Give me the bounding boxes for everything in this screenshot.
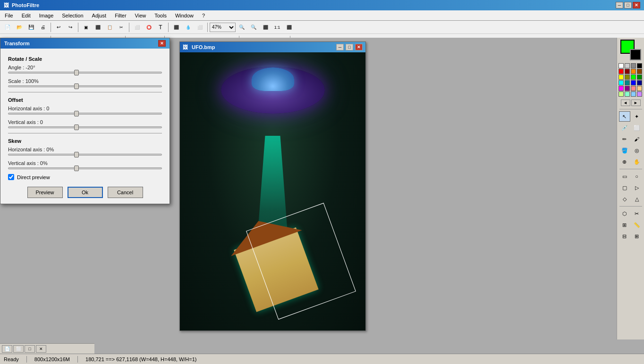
tool-ruler[interactable]: 📏 <box>631 220 643 230</box>
angle-thumb[interactable] <box>74 70 79 75</box>
vert-skew-slider[interactable] <box>8 167 162 169</box>
tb-text[interactable]: T <box>155 22 166 33</box>
tool-pencil[interactable]: ✏ <box>619 134 630 144</box>
tool-arrow[interactable]: ▷ <box>631 182 643 193</box>
tool-magic-wand[interactable]: ✦ <box>631 111 643 122</box>
win-btn4[interactable]: ✕ <box>36 345 46 353</box>
palette-scroll-left[interactable]: ◄ <box>621 99 630 106</box>
menu-tools[interactable]: Tools <box>151 10 170 20</box>
vert-offset-slider[interactable] <box>8 126 162 128</box>
swatch-pink[interactable] <box>631 86 636 91</box>
tool-paintbrush[interactable]: 🖌 <box>631 134 643 144</box>
menu-view[interactable]: View <box>131 10 150 20</box>
horiz-skew-thumb[interactable] <box>74 152 79 157</box>
tb-clone[interactable]: ⬛ <box>170 22 182 33</box>
tb-paste[interactable]: 📋 <box>104 22 115 33</box>
swatch-dkred[interactable] <box>625 69 630 74</box>
swatch-white[interactable] <box>619 63 624 68</box>
ufo-canvas[interactable] <box>180 52 365 331</box>
swatch-mint[interactable] <box>625 91 630 97</box>
ufo-minimize-btn[interactable]: ─ <box>336 44 344 50</box>
tool-fill[interactable]: 🪣 <box>619 145 630 156</box>
tool-diamond[interactable]: ◇ <box>619 194 630 204</box>
swatch-olive[interactable] <box>625 74 630 80</box>
horiz-offset-thumb[interactable] <box>74 111 79 116</box>
tool-extra1[interactable]: ⊟ <box>619 231 630 241</box>
bg-color[interactable] <box>630 49 641 60</box>
win-btn1[interactable]: 📄 <box>2 345 12 353</box>
app-close-btn[interactable]: ✕ <box>633 2 640 8</box>
vert-skew-thumb[interactable] <box>74 165 79 171</box>
tb-save[interactable]: 💾 <box>25 22 37 33</box>
tool-ellipse[interactable]: ○ <box>631 171 643 182</box>
tb-actual[interactable]: 1:1 <box>271 22 283 33</box>
tool-smudge[interactable]: ◎ <box>631 145 643 156</box>
ufo-titlebar[interactable]: 🖼 UFO.bmp ─ □ ✕ <box>180 42 365 52</box>
ufo-close-btn[interactable]: ✕ <box>355 44 363 50</box>
tool-hand[interactable]: ✋ <box>631 157 643 167</box>
zoom-select[interactable]: 47% 25% 50% 100% <box>210 23 236 32</box>
swatch-yellow[interactable] <box>619 74 624 80</box>
menu-filter[interactable]: Filter <box>111 10 130 20</box>
scale-slider[interactable] <box>8 85 162 87</box>
tool-rrect[interactable]: ▢ <box>619 182 630 193</box>
tool-crop[interactable]: ✂ <box>631 208 643 219</box>
app-maximize-btn[interactable]: □ <box>624 2 632 8</box>
swatch-green[interactable] <box>631 74 636 80</box>
tool-triangle[interactable]: △ <box>631 194 643 204</box>
swatch-magenta[interactable] <box>619 86 624 91</box>
tb-blur[interactable]: 💧 <box>182 22 194 33</box>
swatch-dkgreen[interactable] <box>637 74 642 80</box>
swatch-lgray[interactable] <box>625 63 630 68</box>
win-btn2[interactable]: ⬜ <box>13 345 24 353</box>
swatch-brown[interactable] <box>637 69 642 74</box>
tool-eraser[interactable]: ⬜ <box>631 123 643 133</box>
swatch-peach[interactable] <box>637 86 642 91</box>
tool-grid[interactable]: ⊞ <box>619 220 630 230</box>
direct-preview-checkbox[interactable] <box>8 174 14 180</box>
tb-fit[interactable]: ⬛ <box>260 22 271 33</box>
menu-help[interactable]: ? <box>198 10 209 20</box>
vert-offset-thumb[interactable] <box>74 124 79 130</box>
app-minimize-btn[interactable]: ─ <box>616 2 623 8</box>
horiz-offset-slider[interactable] <box>8 113 162 115</box>
menu-image[interactable]: Image <box>35 10 58 20</box>
tb-new[interactable]: 📄 <box>2 22 13 33</box>
preview-btn[interactable]: Preview <box>27 187 63 198</box>
tb-zoom-in[interactable]: 🔍 <box>236 22 247 33</box>
ok-btn[interactable]: Ok <box>68 187 103 198</box>
tb-cut[interactable]: ▣ <box>80 22 92 33</box>
angle-slider[interactable] <box>8 72 162 74</box>
tool-eyedropper[interactable]: 💉 <box>619 123 630 133</box>
swatch-orange[interactable] <box>631 69 636 74</box>
tb-stretch[interactable]: ⬜ <box>194 22 205 33</box>
menu-window[interactable]: Window <box>171 10 197 20</box>
menu-adjust[interactable]: Adjust <box>88 10 110 20</box>
tb-sel-rect[interactable]: ⬜ <box>131 22 143 33</box>
tb-sel-ellipse[interactable]: ⭕ <box>143 22 154 33</box>
swatch-dkblue[interactable] <box>637 80 642 85</box>
swatch-black[interactable] <box>637 63 642 68</box>
tool-extra2[interactable]: ⊞ <box>631 231 643 241</box>
palette-scroll-right[interactable]: ► <box>631 99 641 106</box>
tool-lasso[interactable]: ⬡ <box>619 208 630 219</box>
cancel-btn[interactable]: Cancel <box>108 187 143 198</box>
swatch-red[interactable] <box>619 69 624 74</box>
horiz-skew-slider[interactable] <box>8 154 162 156</box>
swatch-lavender[interactable] <box>637 91 642 97</box>
win-btn3[interactable]: □ <box>25 345 35 353</box>
tb-crop[interactable]: ✂ <box>116 22 127 33</box>
tb-copy[interactable]: ⬛ <box>92 22 103 33</box>
tb-zoom-out[interactable]: 🔍 <box>248 22 259 33</box>
swatch-gray[interactable] <box>631 63 636 68</box>
tb-redo[interactable]: ↪ <box>65 22 76 33</box>
menu-file[interactable]: File <box>1 10 17 20</box>
tb-fullscreen[interactable]: ⬛ <box>283 22 295 33</box>
tool-clone[interactable]: ⊕ <box>619 157 630 167</box>
scale-thumb[interactable] <box>74 83 79 89</box>
menu-edit[interactable]: Edit <box>18 10 34 20</box>
tb-open[interactable]: 📂 <box>14 22 25 33</box>
swatch-purple[interactable] <box>625 86 630 91</box>
menu-selection[interactable]: Selection <box>58 10 87 20</box>
ufo-maximize-btn[interactable]: □ <box>346 44 353 50</box>
